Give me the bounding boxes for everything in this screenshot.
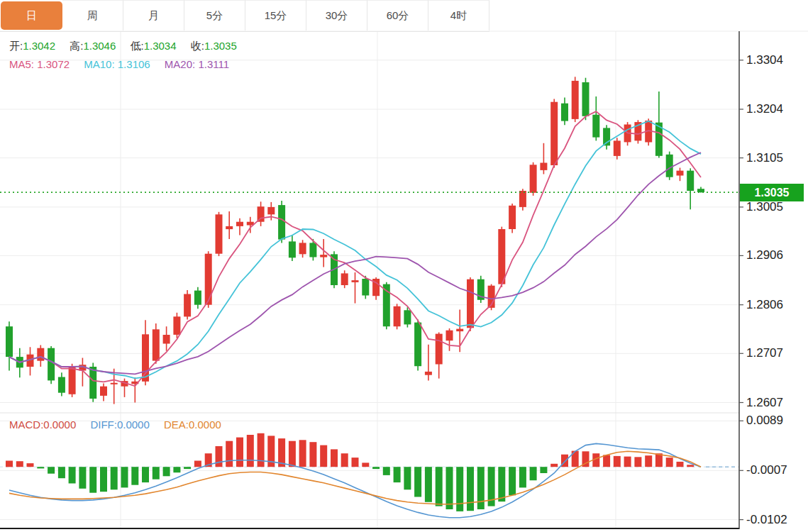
tab-15min[interactable]: 15分 [245, 0, 306, 31]
ma20-line [9, 153, 701, 374]
price-axis-label: 1.3105 [746, 151, 783, 165]
ma10-readout: MA10: 1.3106 [84, 58, 150, 70]
tab-30min[interactable]: 30分 [306, 0, 367, 31]
dea-value-readout: DEA:0.0000 [164, 419, 221, 431]
close-label: 收: [191, 40, 204, 52]
high-label: 高: [70, 40, 83, 52]
ma5-readout: MA5: 1.3072 [9, 58, 70, 70]
timeframe-tabs: 日周月5分15分30分60分4时 [0, 0, 489, 32]
macd-readout: MACD:0.0000 DIFF:0.0000 DEA:0.0000 [9, 419, 233, 431]
ma10-line [9, 121, 701, 379]
open-value: 1.3042 [23, 40, 55, 52]
price-axis-label: 1.3204 [746, 102, 783, 116]
macd-axis-label: -0.0007 [746, 463, 787, 477]
diff-value-readout: DIFF:0.0000 [90, 419, 149, 431]
close-value: 1.3035 [204, 40, 237, 52]
tab-month[interactable]: 月 [123, 0, 184, 31]
ohlc-readout: 开:1.3042 高:1.3046 低:1.3034 收:1.3035 [9, 40, 248, 53]
open-label: 开: [9, 40, 23, 52]
tab-5min[interactable]: 5分 [184, 0, 245, 31]
tab-week[interactable]: 周 [62, 0, 123, 31]
tab-4hour[interactable]: 4时 [428, 0, 489, 31]
low-value: 1.3034 [144, 40, 177, 52]
trading-chart-app: 日周月5分15分30分60分4时 开:1.3042 高:1.3046 低:1.3… [0, 0, 808, 532]
ma5-line [9, 111, 701, 386]
ma20-readout: MA20: 1.3111 [165, 58, 229, 70]
chart-canvas[interactable] [0, 0, 808, 532]
low-label: 低: [130, 40, 143, 52]
price-axis-label: 1.2607 [746, 396, 783, 410]
candles-layer [6, 77, 704, 404]
price-axis-label: 1.2806 [746, 298, 783, 312]
price-axis-label: 1.2707 [746, 346, 783, 360]
macd-axis-label: 0.0089 [746, 414, 783, 428]
price-axis-label: 1.2906 [746, 248, 783, 262]
price-axis-label: 1.3005 [746, 200, 783, 214]
tab-60min[interactable]: 60分 [367, 0, 428, 31]
macd-axis-label: -0.0102 [746, 513, 787, 527]
tab-day[interactable]: 日 [1, 1, 62, 30]
price-axis-label: 1.3304 [746, 53, 783, 67]
ma-readout: MA5: 1.3072 MA10: 1.3106 MA20: 1.3111 [9, 58, 240, 70]
macd-value-readout: MACD:0.0000 [9, 419, 76, 431]
high-value: 1.3046 [83, 40, 116, 52]
current-price-badge: 1.3035 [740, 184, 804, 201]
